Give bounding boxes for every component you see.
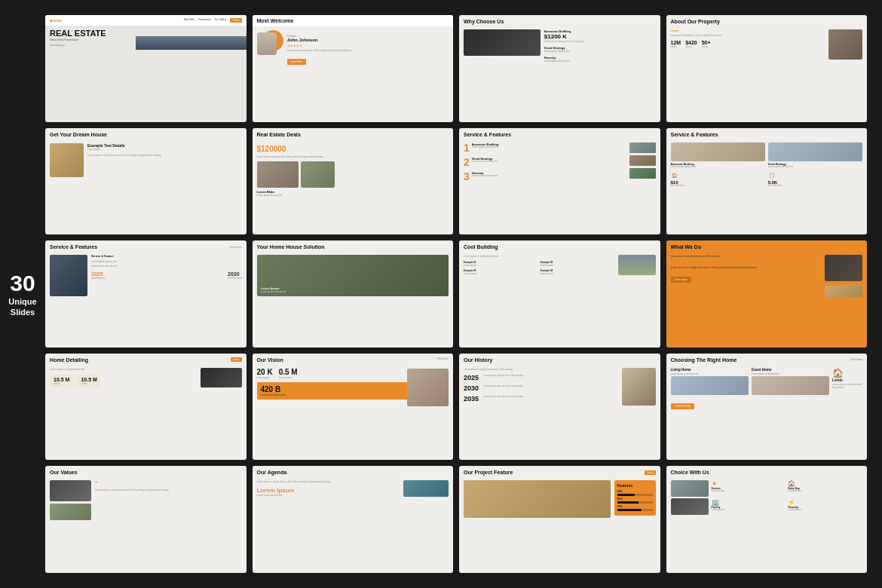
description: Lorem ipsum is simply dummy text of the … [464, 368, 618, 371]
features-title: Features [617, 483, 653, 488]
slide-header: About Our Property [666, 15, 868, 28]
stat-sub-2: Lorem ipsum [279, 376, 298, 379]
slide-title: Our Project Feature [464, 470, 513, 475]
year-1: 2025 [464, 374, 480, 381]
year-2: 2030 [464, 384, 480, 392]
stat-label-2: Lorem [81, 382, 96, 385]
slide-19: Our Project Feature Lorem Features 50% 6… [459, 466, 660, 573]
slide-15: Our History Lorem ipsum is simply dummy … [459, 354, 660, 461]
right-title: Lorem [832, 378, 862, 382]
item-desc: Lorem ipsum dummy text. [472, 161, 498, 164]
strategy-icon: 📋 [769, 173, 774, 178]
slide-14: Our Vision Real Estate 20 K Lorem ipsum … [253, 354, 454, 461]
stat-label-1: Lorem [671, 45, 681, 48]
stat-sub-1: Lorem ipsum [257, 376, 273, 379]
choice-desc-2: Lorem ipsum. [788, 490, 862, 493]
progress-label-2: 60% [617, 498, 653, 501]
slide-13: Home Detailing Lorem Lorem ipsum is simp… [45, 354, 247, 461]
num-2: 2 [464, 157, 470, 167]
body-text: Lorem ipsum is simply dummy text of the … [87, 154, 242, 157]
stat-big-1: 20 K [257, 368, 273, 376]
feat-price-sub: Sub Title here [671, 185, 765, 188]
item-desc: Lorem ipsum dummy text. [472, 175, 498, 178]
example-sub: Lorem ipsum [87, 148, 242, 151]
sub-label: Lorem [671, 29, 825, 32]
table-cell: Lorem ipsum dummy text. [91, 265, 118, 268]
description: Lorem ipsum is simply dummy text of the … [95, 488, 242, 492]
table-cell: Lorem ipsum dummy text. [91, 260, 118, 263]
feat-desc-1: Lorem ipsum dummy text. [671, 166, 765, 169]
slide-2: Most Welcome Position John Johnson ★★★★★… [253, 15, 454, 122]
progress-label-1: 50% [617, 490, 653, 493]
side-label: 30 Unique Slides [8, 271, 38, 318]
learn-more-btn[interactable]: Learn More [287, 59, 306, 65]
slides-grid: ⬟ HOME Main SlidePresentationOur Gallery… [45, 15, 867, 573]
slide-3: Why Choose Us Awesome Building $1200 K L… [459, 15, 660, 122]
highlight: Lorem Ipsum [257, 487, 400, 494]
slide-header: Real Estate Deals [253, 128, 454, 141]
slide-title: Choosing The Right Home [671, 357, 737, 363]
lorem-btn[interactable]: LOREM IPSUM [671, 403, 694, 409]
choice-icon-3: 🏢 [712, 499, 786, 506]
person-name: John Johnson [287, 38, 352, 42]
slide-header: Our Values [45, 466, 247, 479]
right-desc: Lorem ipsum is dummy text of the printin… [832, 384, 862, 390]
stat-label-2: Lorem [685, 45, 697, 48]
slide-10: Your Home House Solution Lorem Ipsum Lor… [253, 240, 454, 348]
choice-desc-1: Lorem ipsum. [712, 490, 786, 493]
slide-17: Our Values “ Lorem ipsum is simply dummy… [45, 466, 247, 573]
person-role: Lorem ipsum dummy text [257, 194, 449, 197]
card-title-1: Living Home [671, 368, 749, 372]
card-title-2: Guest Home [752, 368, 829, 372]
item-desc-2: Lorem ipsum dummy text. [544, 50, 656, 53]
description: Lorem ipsum is simply dummy text. [464, 255, 615, 258]
stat-big-2: 0.5 M [279, 368, 298, 376]
stars: ★★★★★ [287, 44, 352, 47]
nav: Main SlidePresentationOur Gallery Theme [184, 18, 242, 23]
progress-label-3: 70% [617, 505, 653, 508]
item-desc-3: Lorem ipsum dummy text. [544, 60, 656, 63]
slide-header: Service & Features [666, 128, 868, 141]
unique-label: Unique [8, 296, 38, 307]
slide-header: Why Choose Us [459, 15, 660, 28]
slide-11: Cool Building Lorem ipsum is simply dumm… [459, 240, 660, 348]
slide-4: About Our Property Lorem Company Text De… [666, 15, 868, 122]
ex-3-desc: Lorem ipsum. [464, 272, 538, 275]
stat-1: 12M [671, 40, 681, 45]
tl-desc-3: Lorem ipsum dummy text of the printing. [483, 395, 618, 398]
table-col-1: Service & Feature [91, 255, 114, 258]
year-3: 2035 [464, 395, 480, 403]
slide-7: Service & Features 1 Awesome Building Lo… [459, 128, 660, 235]
stat-label-3: Lorem [702, 45, 711, 48]
tl-desc-2: Lorem ipsum dummy text of the printing. [483, 384, 618, 387]
description: Company Text Details. Lorem is simply du… [671, 34, 825, 37]
slide-header: Most Welcome [253, 15, 454, 27]
choice-desc-3: Lorem ipsum. [712, 509, 786, 512]
slide-header: Choice With Us [666, 466, 868, 479]
price: $120000 [257, 145, 449, 153]
description: Lorem ipsum dummy text of the printing a… [287, 49, 352, 52]
slide-12: What We Do Lorem ipsum is simply dummy t… [666, 240, 868, 348]
description: Lorem ipsum is dummy text of the printin… [257, 155, 449, 158]
stat-val-2: 10.5 M [81, 377, 96, 382]
slide-16: Choosing The Right Home Real Estate Livi… [666, 354, 868, 461]
lorem-btn[interactable]: Lorem Ipsum [671, 277, 692, 283]
slide-tag: Lorem [231, 357, 242, 362]
ex-2-desc: Lorem ipsum. [541, 264, 615, 267]
num-3: 3 [464, 171, 470, 182]
highlight-sub: Lorem ipsum dummy text. [257, 494, 400, 497]
slide-6: Real Estate Deals $120000 Lorem ipsum is… [253, 128, 454, 235]
stat-label-1: Lorem [54, 382, 69, 385]
slide-18: Our Agenda Lorem ipsum is simply dummy t… [253, 466, 454, 573]
slide-tag: Real Estate [436, 357, 449, 363]
slide-header: Service & Features [459, 128, 660, 141]
slide-header: Our Agenda [253, 466, 454, 479]
description: Lorem ipsum is simply dummy text of the … [257, 480, 400, 483]
overlay-desc: Lorem ipsum dummy text. [261, 290, 287, 293]
choice-icon-1: ★ [712, 480, 786, 487]
year-2: 2030 [228, 271, 242, 277]
slides-label: Slides [8, 307, 38, 317]
slide-9: Service & Features Real Estate Service &… [45, 240, 247, 348]
item-price: $1200 K [544, 33, 656, 40]
slide-20: Choice With Us ★ Service Lorem ipsum. 🏠 … [666, 466, 868, 573]
